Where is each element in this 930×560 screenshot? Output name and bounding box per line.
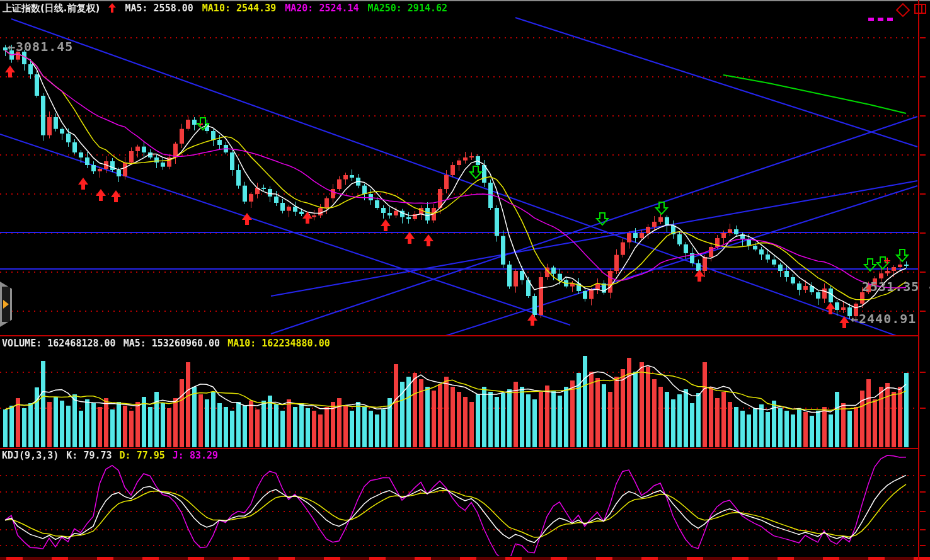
window-layout-icon[interactable] — [914, 4, 926, 14]
high-price-label: ←3081.45 — [8, 39, 73, 54]
kdj-k-value: K: 79.73 — [66, 450, 112, 461]
more-icon[interactable] — [864, 18, 893, 21]
kdj-indicator-label: KDJ(9,3,3) — [2, 450, 59, 461]
sidebar-expand-handle[interactable] — [0, 282, 12, 327]
range-measure-label: 2531.35 - 2 — [862, 279, 930, 294]
volume-header: VOLUME: 162468128.00MA5: 153260960.00MA1… — [2, 338, 338, 349]
volume-ma10-value: MA10: 162234880.00 — [227, 338, 330, 349]
header-icons — [864, 4, 926, 21]
ma250-value: MA250: 2914.62 — [368, 3, 447, 14]
expand-arrow-icon — [3, 300, 9, 309]
kdj-header: KDJ(9,3,3)K: 79.73D: 77.95J: 83.29 — [2, 450, 226, 461]
chart-canvas[interactable] — [0, 0, 930, 560]
up-arrow-icon — [108, 3, 116, 15]
diamond-icon[interactable] — [896, 3, 910, 18]
main-chart-header: 上证指数(日线.前复权)MA5: 2558.00MA10: 2544.39MA2… — [3, 3, 456, 15]
symbol-title: 上证指数(日线.前复权) — [3, 3, 100, 14]
volume-ma5-value: MA5: 153260960.00 — [123, 338, 221, 349]
ma20-value: MA20: 2524.14 — [285, 3, 359, 14]
ma10-value: MA10: 2544.39 — [202, 3, 276, 14]
window-top-edge — [0, 0, 930, 1]
low-price-label: ←2440.91 — [851, 311, 916, 326]
kdj-d-value: D: 77.95 — [120, 450, 165, 461]
stock-trading-app: 上证指数(日线.前复权)MA5: 2558.00MA10: 2544.39MA2… — [0, 0, 930, 560]
ma5-value: MA5: 2558.00 — [125, 3, 193, 14]
kdj-j-value: J: 83.29 — [173, 450, 218, 461]
volume-value: VOLUME: 162468128.00 — [2, 338, 116, 349]
